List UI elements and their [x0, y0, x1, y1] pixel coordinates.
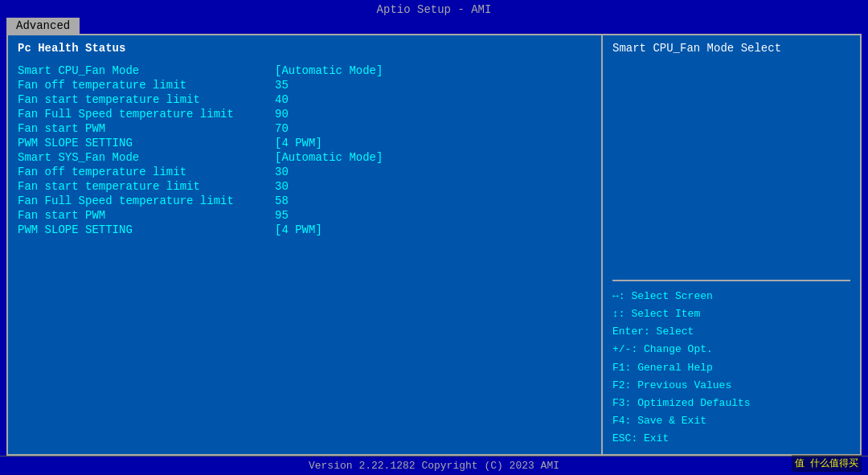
tab-advanced[interactable]: Advanced [6, 18, 80, 34]
title-bar: Aptio Setup - AMI [0, 0, 868, 18]
menu-item[interactable]: Smart SYS_Fan Mode[Automatic Mode] [18, 151, 592, 164]
right-panel: Smart CPU_Fan Mode Select ↔: Select Scre… [603, 35, 860, 454]
menu-item[interactable]: PWM SLOPE SETTING[4 PWM] [18, 137, 592, 149]
menu-item-value: 58 [275, 195, 289, 207]
menu-item-value: 90 [275, 108, 289, 121]
footer-text: Version 2.22.1282 Copyright (C) 2023 AMI [309, 460, 559, 472]
title-text: Aptio Setup - AMI [377, 3, 492, 16]
section-title: Pc Health Status [18, 42, 592, 55]
menu-item-label: Fan Full Speed temperature limit [18, 108, 275, 121]
menu-item-value: 40 [275, 93, 289, 106]
right-help-title: Smart CPU_Fan Mode Select [612, 42, 850, 55]
right-divider [612, 280, 850, 281]
menu-item-label: Fan off temperature limit [18, 166, 275, 178]
menu-item[interactable]: Fan off temperature limit35 [18, 79, 592, 92]
tab-bar: Advanced [0, 18, 868, 34]
watermark: 值 什么值得买 [792, 455, 862, 472]
menu-item-label: Smart CPU_Fan Mode [18, 64, 275, 77]
menu-item-value: [4 PWM] [275, 223, 322, 236]
menu-item[interactable]: Fan start temperature limit30 [18, 180, 592, 193]
footer: Version 2.22.1282 Copyright (C) 2023 AMI [0, 456, 868, 475]
menu-item-value: 30 [275, 180, 289, 193]
menu-item-value: 35 [275, 79, 289, 92]
menu-item-value: 30 [275, 166, 289, 178]
menu-item-label: Fan Full Speed temperature limit [18, 195, 275, 207]
menu-item-label: Fan start temperature limit [18, 180, 275, 193]
menu-item-value: [4 PWM] [275, 137, 322, 149]
key-help-line: F4: Save & Exit [612, 412, 850, 430]
main-content: Pc Health Status Smart CPU_Fan Mode[Auto… [6, 34, 862, 456]
key-help-line: F2: Previous Values [612, 377, 850, 395]
right-help-content [612, 61, 850, 273]
menu-item[interactable]: PWM SLOPE SETTING[4 PWM] [18, 223, 592, 236]
menu-item[interactable]: Smart CPU_Fan Mode[Automatic Mode] [18, 64, 592, 77]
key-help-line: ↕: Select Item [612, 305, 850, 323]
key-help-line: Enter: Select [612, 323, 850, 341]
menu-item[interactable]: Fan off temperature limit30 [18, 166, 592, 178]
menu-item-label: Fan off temperature limit [18, 79, 275, 92]
menu-item-label: Fan start temperature limit [18, 93, 275, 106]
menu-item-label: Fan start PWM [18, 122, 275, 135]
key-help-line: +/-: Change Opt. [612, 341, 850, 358]
menu-item-label: PWM SLOPE SETTING [18, 137, 275, 149]
menu-item[interactable]: Fan Full Speed temperature limit58 [18, 195, 592, 207]
menu-item-value: 70 [275, 122, 289, 135]
menu-item-value: [Automatic Mode] [275, 64, 383, 77]
left-panel: Pc Health Status Smart CPU_Fan Mode[Auto… [8, 35, 603, 454]
menu-item-label: Smart SYS_Fan Mode [18, 151, 275, 164]
menu-items-container: Smart CPU_Fan Mode[Automatic Mode]Fan of… [18, 64, 592, 236]
menu-item-value: 95 [275, 209, 289, 222]
menu-item-label: Fan start PWM [18, 209, 275, 222]
menu-item[interactable]: Fan start PWM95 [18, 209, 592, 222]
key-help-line: ESC: Exit [612, 430, 850, 448]
menu-item[interactable]: Fan start temperature limit40 [18, 93, 592, 106]
menu-item[interactable]: Fan start PWM70 [18, 122, 592, 135]
key-help-line: ↔: Select Screen [612, 288, 850, 305]
key-help-line: F3: Optimized Defaults [612, 395, 850, 412]
key-help: ↔: Select Screen↕: Select ItemEnter: Sel… [612, 288, 850, 448]
key-help-line: F1: General Help [612, 359, 850, 377]
menu-item[interactable]: Fan Full Speed temperature limit90 [18, 108, 592, 121]
menu-item-label: PWM SLOPE SETTING [18, 223, 275, 236]
menu-item-value: [Automatic Mode] [275, 151, 383, 164]
